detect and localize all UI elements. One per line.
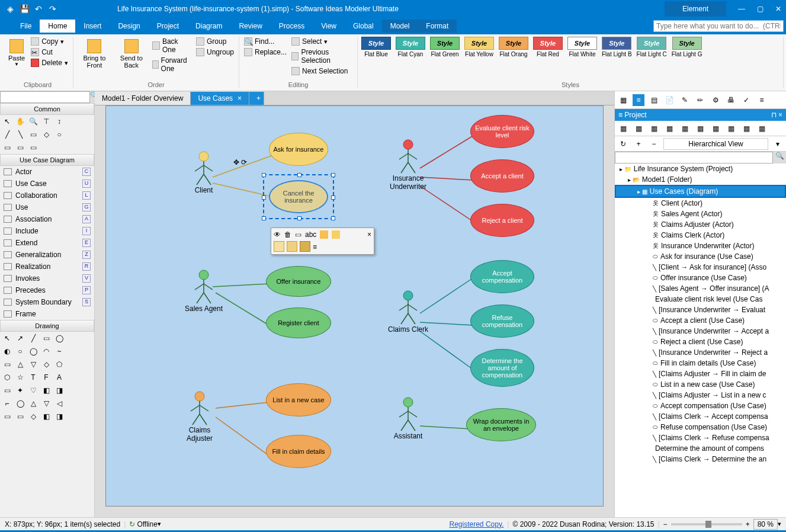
tree-item[interactable]: ⬭ Offer insurance (Use Case) (615, 273, 786, 283)
offline-icon[interactable]: ↻ (129, 520, 135, 528)
next-selection-button[interactable]: Next Selection (290, 66, 354, 76)
menu-view[interactable]: View (313, 20, 345, 33)
close-tab-icon[interactable]: × (238, 94, 242, 102)
line-icon[interactable]: ╱ (1, 129, 13, 140)
tree-item[interactable]: ╲ [Sales Agent → Offer insurance] (A (615, 283, 786, 294)
uc-accept[interactable]: Accept a client (470, 159, 534, 193)
tree-item[interactable]: 옷 Claims Clerk (Actor) (615, 230, 786, 241)
tree-item[interactable]: 옷 Claims Adjuster (Actor) (615, 219, 786, 230)
tree-item[interactable]: ⬭ List in a new case (Use Case) (615, 379, 786, 390)
tree-item[interactable]: 옷 Insurance Underwriter (Actor) (615, 241, 786, 251)
zoom-icon[interactable]: 🔍 (27, 116, 39, 127)
toolbox-item[interactable]: GeneralizationZ (0, 249, 94, 261)
project-tree[interactable]: ▸ 📁 Life Insurance System (Project)▸ 📂 M… (615, 164, 786, 517)
tool-icon[interactable]: ▭ (27, 129, 39, 140)
style-flat-orange[interactable]: Style (499, 37, 528, 50)
tool-icon[interactable]: ▭ (27, 142, 39, 153)
hand-icon[interactable]: ✋ (14, 116, 26, 127)
menu-insert[interactable]: Insert (75, 20, 110, 33)
toolbox-item[interactable]: PrecedesP (0, 284, 94, 296)
toolbox-item[interactable]: UseG (0, 201, 94, 213)
collapse-icon[interactable]: ≡ (618, 111, 623, 119)
style-flat-yellow[interactable]: Style (464, 37, 494, 50)
tool-icon[interactable]: ▦ (617, 94, 629, 106)
tree-item[interactable]: ╲ [Insurance Underwriter → Reject a (615, 347, 786, 358)
maximize-icon[interactable]: ▢ (757, 5, 763, 13)
diagram-canvas[interactable]: Client Sales Agent Claims Adjuster Insur… (105, 105, 604, 507)
uc-fillclaim[interactable]: Fill in claim details (266, 435, 331, 468)
bring-front-button[interactable]: Bring to Front (77, 37, 112, 71)
tree-item[interactable]: ⬭ Refuse compensation (Use Case) (615, 422, 786, 432)
tree-item[interactable]: 옷 Client (Actor) (615, 198, 786, 209)
line-icon[interactable]: ╲ (14, 129, 26, 140)
tree-item[interactable]: Determine the amount of compens (615, 443, 786, 454)
tree-item[interactable]: ╲ [Client → Ask for insurance] (Asso (615, 262, 786, 273)
uc-acceptcomp[interactable]: Accept compensation (470, 260, 534, 293)
find-button[interactable]: 🔍Find... (243, 37, 288, 46)
project-search[interactable] (615, 152, 773, 164)
menu-project[interactable]: Project (149, 20, 187, 33)
toolbox-item[interactable]: ExtendE (0, 237, 94, 249)
toolbox-search[interactable] (0, 91, 90, 103)
tree-item[interactable]: ⬭ Reject a client (Use Case) (615, 336, 786, 347)
registered-link[interactable]: Registered Copy. (450, 520, 504, 528)
actor-assistant[interactable]: Assistant (384, 396, 432, 440)
search-icon[interactable]: 🔍 (773, 152, 786, 164)
tab-use-cases[interactable]: Use Cases× (191, 92, 249, 105)
tool-icon[interactable]: ▭ (14, 142, 26, 153)
tree-item[interactable]: ╲ [Claims Clerk → Refuse compensa (615, 432, 786, 443)
undo-icon[interactable]: ↶ (33, 4, 44, 14)
status-offline[interactable]: Offline (137, 520, 157, 528)
tree-item[interactable]: ⬭ Fill in claim details (Use Case) (615, 358, 786, 368)
tree-item[interactable]: ╲ [Claims Adjuster → Fill in claim de (615, 368, 786, 379)
drawing-header[interactable]: Drawing (0, 320, 94, 332)
tool-icon[interactable]: ◇ (40, 129, 52, 140)
zoom-in-icon[interactable]: + (746, 520, 750, 528)
style-flat-light-g[interactable]: Style (672, 37, 702, 50)
select-button[interactable]: Select ▾ (290, 37, 354, 46)
tool-icon[interactable]: ↕ (53, 116, 65, 127)
common-header[interactable]: Common (0, 103, 94, 115)
paste-button[interactable]: Paste▼ (6, 37, 27, 69)
back-one-button[interactable]: Back One (151, 37, 193, 55)
toolbox-item[interactable]: AssociationA (0, 213, 94, 225)
tree-item[interactable]: ▸ 📂 Model1 (Folder) (615, 174, 786, 185)
toolbox-item[interactable]: System BoundaryS (0, 296, 94, 308)
delete-button[interactable]: Delete ▾ (30, 58, 69, 68)
uc-register[interactable]: Register client (266, 307, 331, 338)
menu-design[interactable]: Design (110, 20, 148, 33)
tree-item[interactable]: ▸ 📁 Life Insurance System (Project) (615, 164, 786, 174)
tree-item[interactable]: ⬭ Accept a client (Use Case) (615, 315, 786, 326)
close-icon[interactable]: ✕ (775, 5, 781, 13)
menu-file[interactable]: File (12, 20, 40, 33)
copy-button[interactable]: Copy ▾ (30, 37, 69, 46)
tree-item[interactable]: ╲ [Claims Clerk → Accept compensa (615, 411, 786, 422)
replace-button[interactable]: Replace... (243, 47, 288, 57)
style-flat-cyan[interactable]: Style (396, 37, 425, 50)
actor-client[interactable]: Client (180, 150, 227, 194)
toolbox-item[interactable]: IncludeI (0, 225, 94, 237)
tree-item[interactable]: ╲ [Insurance Underwriter → Evaluat (615, 305, 786, 315)
search-input[interactable] (653, 20, 784, 32)
tool-icon[interactable]: ○ (53, 129, 65, 140)
uc-eval[interactable]: Evaluate client risk level (470, 115, 534, 148)
toolbox-item[interactable]: RealizationR (0, 261, 94, 273)
menu-review[interactable]: Review (230, 20, 270, 33)
uc-ask[interactable]: Ask for insurance (269, 133, 328, 166)
tree-item[interactable]: ╲ [Claims Adjuster → List in a new c (615, 390, 786, 400)
actor-adjuster[interactable]: Claims Adjuster (176, 390, 223, 443)
send-back-button[interactable]: Send to Back (114, 37, 149, 71)
forward-one-button[interactable]: Forward One (151, 56, 193, 73)
uc-determine[interactable]: Determine the amount of compensation (470, 349, 534, 387)
ucd-header[interactable]: Use Case Diagram (0, 154, 94, 166)
toolbox-item[interactable]: Frame (0, 308, 94, 320)
uc-listcase[interactable]: List in a new case (266, 383, 331, 416)
tree-item[interactable]: Evaluate client risk level (Use Cas (615, 294, 786, 305)
tool-icon[interactable]: ⊤ (40, 116, 52, 127)
group-button[interactable]: Group (195, 37, 235, 46)
ungroup-button[interactable]: Ungroup (195, 47, 235, 57)
pointer-icon[interactable]: ↖ (1, 116, 13, 127)
actor-sales[interactable]: Sales Agent (180, 269, 227, 313)
save-icon[interactable]: 💾 (19, 4, 30, 14)
menu-process[interactable]: Process (271, 20, 313, 33)
